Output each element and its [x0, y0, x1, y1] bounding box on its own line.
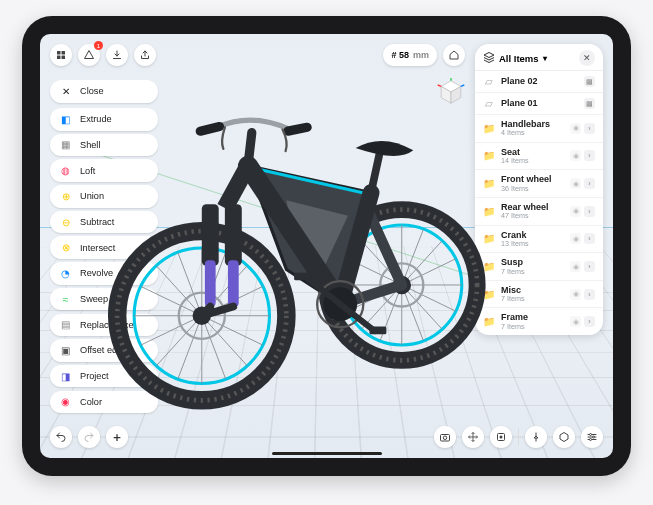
- model-view-bicycle[interactable]: [86, 85, 533, 416]
- svg-rect-70: [228, 260, 239, 306]
- svg-marker-14: [560, 433, 568, 442]
- share-icon[interactable]: [134, 44, 156, 66]
- expand-icon[interactable]: ›: [584, 233, 595, 244]
- loft-icon: ◍: [59, 164, 72, 177]
- color-icon: ◉: [59, 395, 72, 408]
- home-indicator: [272, 452, 382, 455]
- svg-rect-65: [369, 326, 386, 334]
- svg-point-17: [590, 439, 592, 441]
- add-icon[interactable]: ＋: [106, 426, 128, 448]
- isolate-icon[interactable]: [490, 426, 512, 448]
- warning-icon[interactable]: 1: [78, 44, 100, 66]
- svg-rect-10: [441, 435, 450, 442]
- camera-icon[interactable]: [434, 426, 456, 448]
- visibility-icon[interactable]: ◉: [570, 233, 581, 244]
- topbar-right: # 58 mm: [383, 44, 465, 66]
- plane-toggle-icon[interactable]: ▩: [584, 98, 595, 109]
- bottombar-right: [434, 426, 603, 448]
- sweep-icon: ≈: [59, 293, 72, 306]
- expand-icon[interactable]: ›: [584, 289, 595, 300]
- item-actions: ◉›: [570, 289, 595, 300]
- ipad-frame: 1 # 58 mm: [22, 16, 631, 476]
- pin-icon[interactable]: [525, 426, 547, 448]
- close-icon: ✕: [59, 85, 72, 98]
- settings-icon[interactable]: [581, 426, 603, 448]
- expand-icon[interactable]: ›: [584, 316, 595, 327]
- divider: [518, 429, 519, 445]
- svg-point-13: [500, 436, 503, 439]
- shapes-icon[interactable]: [553, 426, 575, 448]
- home-view-icon[interactable]: [443, 44, 465, 66]
- visibility-icon[interactable]: ◉: [570, 316, 581, 327]
- offsetedge-icon: ▣: [59, 344, 72, 357]
- bottombar-left: ＋: [50, 426, 128, 448]
- svg-rect-3: [62, 56, 66, 60]
- item-actions: ◉›: [570, 261, 595, 272]
- expand-icon[interactable]: ›: [584, 206, 595, 217]
- dimension-unit: mm: [413, 50, 429, 60]
- visibility-icon[interactable]: ◉: [570, 178, 581, 189]
- move-icon[interactable]: [462, 426, 484, 448]
- items-title-label: All Items: [499, 53, 539, 64]
- topbar-left: 1: [50, 44, 156, 66]
- app-screen: 1 # 58 mm: [40, 34, 613, 458]
- seat: [355, 141, 413, 193]
- intersect-icon: ⊗: [59, 241, 72, 254]
- visibility-icon[interactable]: ◉: [570, 206, 581, 217]
- union-icon: ⊕: [59, 190, 72, 203]
- expand-icon[interactable]: ›: [584, 123, 595, 134]
- project-icon: ◨: [59, 370, 72, 383]
- visibility-icon[interactable]: ◉: [570, 150, 581, 161]
- svg-rect-67: [202, 204, 219, 266]
- items-close-button[interactable]: ✕: [579, 50, 595, 66]
- shell-icon: ▦: [59, 138, 72, 151]
- revolve-icon: ◔: [59, 267, 72, 280]
- svg-rect-1: [62, 51, 66, 55]
- replaceface-icon: ▤: [59, 318, 72, 331]
- dimension-value: # 58: [391, 50, 409, 60]
- expand-icon[interactable]: ›: [584, 150, 595, 161]
- svg-rect-66: [294, 273, 311, 281]
- item-actions: ◉›: [570, 123, 595, 134]
- visibility-icon[interactable]: ◉: [570, 289, 581, 300]
- extrude-icon: ◧: [59, 113, 72, 126]
- item-actions: ◉›: [570, 206, 595, 217]
- item-actions: ◉›: [570, 316, 595, 327]
- item-actions: ◉›: [570, 233, 595, 244]
- svg-point-15: [590, 434, 592, 436]
- svg-rect-68: [225, 204, 242, 266]
- expand-icon[interactable]: ›: [584, 178, 595, 189]
- visibility-icon[interactable]: ◉: [570, 261, 581, 272]
- dimension-readout[interactable]: # 58 mm: [383, 44, 437, 66]
- svg-rect-2: [57, 56, 61, 60]
- subtract-icon: ⊖: [59, 216, 72, 229]
- stack-icon: [483, 51, 495, 65]
- item-actions: ◉›: [570, 178, 595, 189]
- redo-icon[interactable]: [78, 426, 100, 448]
- item-actions: ◉›: [570, 150, 595, 161]
- item-actions: ▩: [584, 98, 595, 109]
- item-actions: ▩: [584, 76, 595, 87]
- svg-point-11: [443, 436, 447, 440]
- menu-icon[interactable]: [50, 44, 72, 66]
- plane-toggle-icon[interactable]: ▩: [584, 76, 595, 87]
- items-title-button[interactable]: All Items ▾: [483, 51, 547, 65]
- expand-icon[interactable]: ›: [584, 261, 595, 272]
- undo-icon[interactable]: [50, 426, 72, 448]
- svg-rect-69: [205, 260, 216, 306]
- svg-point-16: [593, 436, 595, 438]
- visibility-icon[interactable]: ◉: [570, 123, 581, 134]
- chevron-down-icon: ▾: [543, 54, 547, 63]
- download-icon[interactable]: [106, 44, 128, 66]
- items-header: All Items ▾ ✕: [475, 44, 603, 71]
- warning-badge: 1: [94, 41, 103, 50]
- svg-rect-0: [57, 51, 61, 55]
